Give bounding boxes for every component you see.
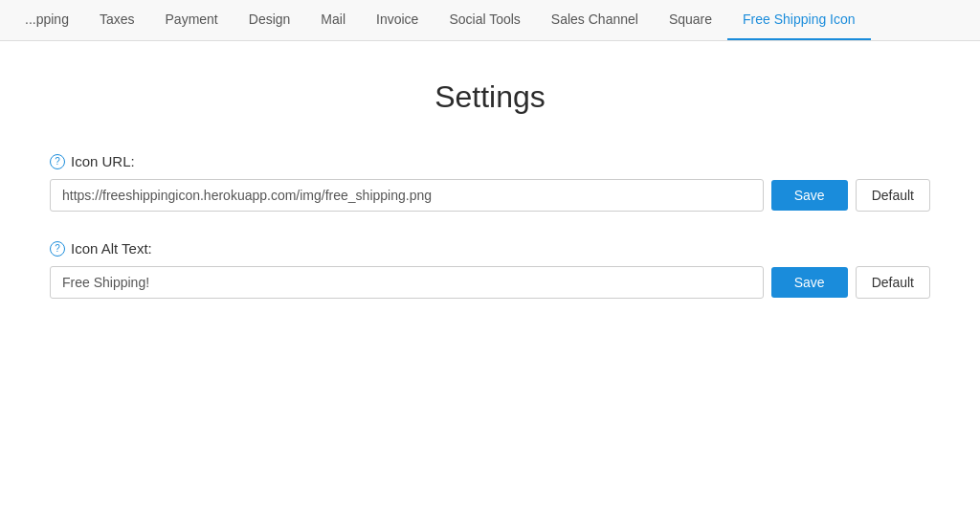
icon-alt-text-default-button[interactable]: Default xyxy=(856,266,930,299)
icon-alt-text-label: ? Icon Alt Text: xyxy=(50,240,930,257)
tab-square[interactable]: Square xyxy=(654,0,727,41)
icon-url-help-icon[interactable]: ? xyxy=(50,154,65,169)
icon-alt-text-label-text: Icon Alt Text: xyxy=(71,240,152,257)
tab-mail[interactable]: Mail xyxy=(305,0,361,41)
tab-free-shipping-icon[interactable]: Free Shipping Icon xyxy=(727,0,871,41)
tab-shipping[interactable]: ...pping xyxy=(10,0,84,41)
main-content: Settings ? Icon URL: Save Default ? Icon… xyxy=(31,41,949,366)
icon-alt-text-input-row: Save Default xyxy=(50,266,930,299)
icon-url-section: ? Icon URL: Save Default xyxy=(50,153,930,212)
tab-payment[interactable]: Payment xyxy=(150,0,234,41)
icon-url-default-button[interactable]: Default xyxy=(856,179,930,212)
nav-tabs: ...pping Taxes Payment Design Mail Invoi… xyxy=(0,0,980,41)
icon-alt-text-save-button[interactable]: Save xyxy=(771,267,848,298)
icon-alt-text-help-icon[interactable]: ? xyxy=(50,241,65,257)
tab-taxes[interactable]: Taxes xyxy=(84,0,150,41)
icon-alt-text-input[interactable] xyxy=(50,266,764,299)
icon-url-label: ? Icon URL: xyxy=(50,153,930,169)
tab-sales-channel[interactable]: Sales Channel xyxy=(536,0,654,41)
tab-social-tools[interactable]: Social Tools xyxy=(434,0,535,41)
tab-design[interactable]: Design xyxy=(234,0,306,41)
page-title: Settings xyxy=(50,79,930,115)
icon-url-label-text: Icon URL: xyxy=(71,153,135,169)
icon-url-input-row: Save Default xyxy=(50,179,930,212)
icon-alt-text-section: ? Icon Alt Text: Save Default xyxy=(50,240,930,299)
tab-invoice[interactable]: Invoice xyxy=(361,0,434,41)
icon-url-input[interactable] xyxy=(50,179,764,212)
icon-url-save-button[interactable]: Save xyxy=(771,180,848,211)
